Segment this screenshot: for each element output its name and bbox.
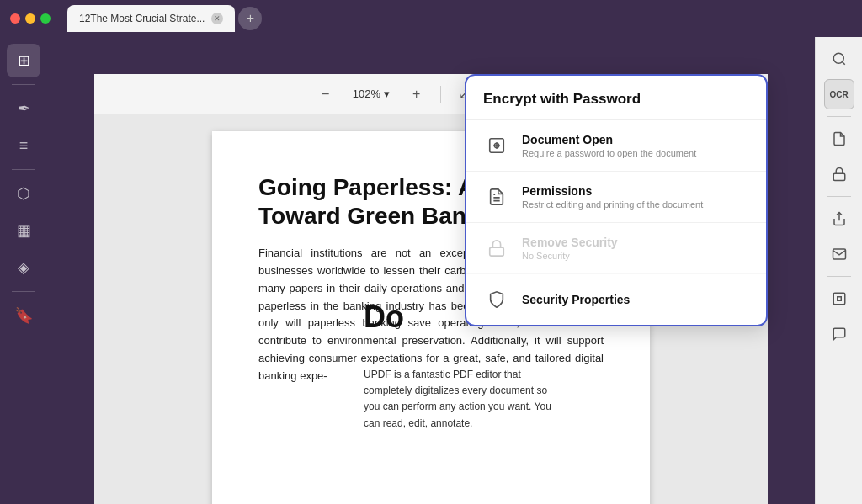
right-sidebar-scan[interactable] [824, 284, 854, 314]
encrypt-item-document-open[interactable]: Document Open Require a password to open… [466, 120, 766, 172]
zoom-out-button[interactable]: − [312, 81, 339, 108]
new-tab-button[interactable]: + [238, 7, 262, 30]
sidebar-item-stamp[interactable]: ⬡ [7, 177, 40, 210]
encrypt-header: Encrypt with Password [466, 76, 766, 120]
layers-icon: ◈ [18, 258, 29, 277]
edit-icon: ▦ [17, 221, 31, 240]
permissions-title: Permissions [522, 184, 749, 198]
security-properties-icon [483, 286, 510, 313]
document-open-icon [483, 132, 510, 159]
sidebar-item-thumbnails[interactable]: ⊞ [7, 44, 40, 77]
sidebar-divider-2 [12, 169, 35, 170]
remove-security-icon [483, 235, 510, 262]
right-sidebar-email[interactable] [824, 239, 854, 269]
right-sidebar-share[interactable] [824, 204, 854, 234]
active-tab[interactable]: 12The Most Crucial Strate... ✕ [67, 5, 235, 32]
main-container: ⊞ ✒ ≡ ⬡ ▦ ◈ 🔖 − 102% ▾ [0, 37, 862, 504]
svg-rect-7 [833, 173, 845, 180]
encrypt-popup: Encrypt with Password Document Open Requ… [465, 74, 768, 326]
document-open-title: Document Open [522, 133, 749, 146]
zoom-display[interactable]: 102% ▾ [346, 84, 396, 103]
svg-rect-9 [833, 293, 845, 305]
remove-security-text: Remove Security No Security [522, 236, 749, 261]
document-open-desc: Require a password to open the document [522, 148, 749, 158]
security-properties-text: Security Properties [522, 293, 749, 306]
tab-close-button[interactable]: ✕ [211, 13, 223, 24]
zoom-in-icon: + [412, 87, 420, 102]
stamp-icon: ⬡ [17, 184, 30, 203]
permissions-text: Permissions Restrict editing and printin… [522, 184, 749, 210]
tab-bar: 12The Most Crucial Strate... ✕ + [67, 5, 262, 32]
sidebar-divider-3 [12, 291, 35, 292]
right-sidebar-chat[interactable] [824, 319, 854, 349]
permissions-icon [483, 183, 510, 210]
sidebar-item-bookmark[interactable]: 🔖 [7, 299, 40, 332]
sidebar-item-annotation[interactable]: ✒ [7, 92, 40, 125]
svg-line-6 [842, 61, 844, 64]
right-sidebar-divider-1 [827, 116, 851, 117]
annotation-icon: ✒ [18, 99, 30, 118]
svg-point-5 [833, 53, 843, 63]
encrypt-title: Encrypt with Password [483, 91, 749, 108]
right-sidebar-lock[interactable] [824, 159, 854, 189]
permissions-desc: Restrict editing and printing of the doc… [522, 199, 749, 210]
sidebar-item-layers[interactable]: ◈ [7, 251, 40, 284]
encrypt-item-remove-security: Remove Security No Security [466, 223, 766, 274]
sidebar-divider-1 [12, 84, 35, 85]
security-properties-title: Security Properties [522, 293, 749, 306]
remove-security-title: Remove Security [522, 236, 749, 249]
thumbnails-icon: ⊞ [18, 51, 30, 70]
maximize-button[interactable] [40, 13, 51, 24]
right-sidebar-divider-2 [827, 196, 851, 197]
bookmark-icon: 🔖 [14, 306, 33, 325]
do-section: Do [364, 300, 404, 335]
close-button[interactable] [10, 13, 20, 24]
encrypt-item-permissions[interactable]: Permissions Restrict editing and printin… [466, 172, 766, 223]
sidebar-item-edit[interactable]: ▦ [7, 214, 40, 247]
encrypt-item-security-properties[interactable]: Security Properties [466, 274, 766, 325]
outline-icon: ≡ [19, 137, 29, 155]
right-sidebar-divider-3 [827, 276, 851, 277]
updf-text: UPDF is a fantastic PDF editor that comp… [364, 367, 566, 432]
right-sidebar: OCR [815, 37, 862, 504]
zoom-out-icon: − [322, 87, 329, 102]
titlebar: 12The Most Crucial Strate... ✕ + [0, 0, 862, 37]
right-sidebar-ocr[interactable]: OCR [824, 79, 854, 109]
document-open-text: Document Open Require a password to open… [522, 133, 749, 158]
toolbar-separator-1 [440, 86, 441, 103]
remove-security-desc: No Security [522, 251, 749, 261]
svg-rect-4 [490, 247, 504, 256]
left-sidebar: ⊞ ✒ ≡ ⬡ ▦ ◈ 🔖 [0, 37, 47, 504]
traffic-lights [10, 13, 51, 24]
zoom-in-button[interactable]: + [403, 81, 430, 108]
minimize-button[interactable] [25, 13, 35, 24]
sidebar-item-outline[interactable]: ≡ [7, 129, 40, 162]
right-sidebar-search[interactable] [824, 44, 854, 74]
tab-label: 12The Most Crucial Strate... [79, 13, 205, 24]
right-sidebar-pages[interactable] [824, 124, 854, 154]
